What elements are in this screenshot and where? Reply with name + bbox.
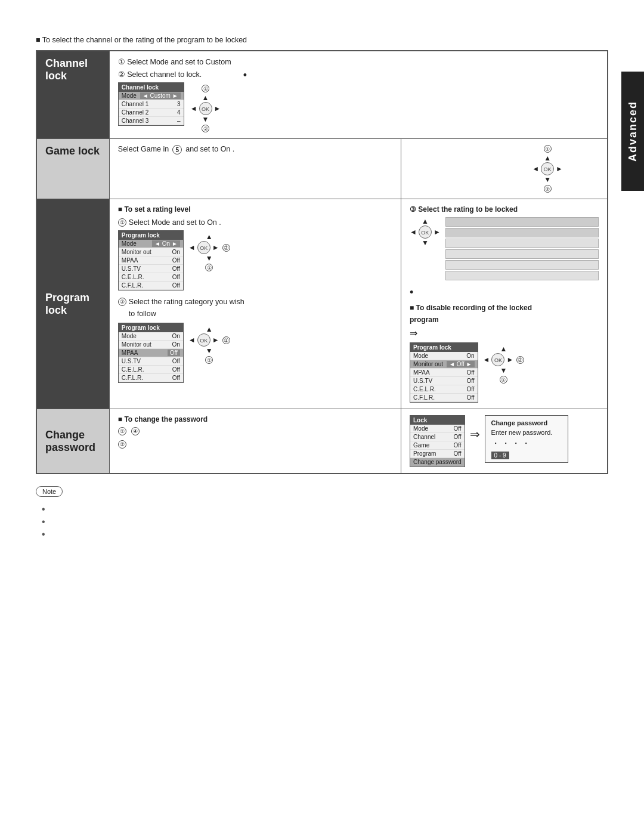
main-table: Channellock ① Select Mode and set to Cus… xyxy=(36,50,608,474)
channel-lock-row: Channellock ① Select Mode and set to Cus… xyxy=(36,51,608,139)
program-lock-menu2: Program lock Mode On Monitor out On MPAA… xyxy=(118,323,184,383)
note-label: Note xyxy=(36,486,63,497)
program-lock-menu3: Program lock Mode On Monitor out ◄ Off ►… xyxy=(410,342,478,403)
advanced-tab: Advanced xyxy=(621,72,644,191)
note-3 xyxy=(42,530,608,539)
program-lock-menu1: Program lock Mode ◄ On ► Monitor out On … xyxy=(118,230,184,290)
game-lock-left: Select Game in 5 and set to On . xyxy=(109,139,401,199)
game-lock-row: Game lock Select Game in 5 and set to On… xyxy=(36,139,608,199)
note-1 xyxy=(42,505,608,514)
change-password-row: Changepassword ■ To change the password … xyxy=(36,409,608,474)
channel-lock-step1: ① Select Mode and set to Custom xyxy=(118,57,231,66)
game-lock-right: ① ▲ ◄ OK ► ▼ ② xyxy=(401,139,608,199)
channel-lock-menu: Channel lock Mode ◄ Custom ► Channel 1 3 xyxy=(118,82,184,126)
channel-lock-step2: ② Select channel to lock. xyxy=(118,70,231,79)
menu-row-mode: Mode ◄ Custom ► xyxy=(119,92,184,100)
lock-menu: Lock Mode Off Channel Off Game Off xyxy=(410,415,465,467)
ok-button-prog2: OK xyxy=(197,333,210,347)
ok-button-1: OK xyxy=(199,102,212,115)
game-lock-header: Game lock xyxy=(36,139,109,199)
channel-lock-header: Channellock xyxy=(36,51,109,139)
game-lock-instruction: Select Game in 5 and set to On . xyxy=(118,145,392,154)
change-password-right: Lock Mode Off Channel Off Game Off xyxy=(401,409,608,474)
channel-lock-content: ① Select Mode and set to Custom ② Select… xyxy=(109,51,608,139)
page-container: Advanced ■ To select the channel or the … xyxy=(0,0,644,566)
menu-row-ch3: Channel 3 – xyxy=(119,117,184,125)
ok-button-rating: OK xyxy=(419,225,432,239)
intro-text: ■ To select the channel or the rating of… xyxy=(36,36,608,44)
menu-row-ch1: Channel 1 3 xyxy=(119,100,184,109)
change-password-left: ■ To change the password ① ④ ② xyxy=(109,409,401,474)
ok-button-game: OK xyxy=(541,162,554,175)
note-section: Note xyxy=(36,486,608,539)
ok-button-prog1: OK xyxy=(197,241,210,254)
program-lock-right: ③ Select the rating to be locked ▲ ◄ OK … xyxy=(401,199,608,409)
ok-button-monitor: OK xyxy=(491,353,504,366)
program-lock-left: ■ To set a rating level ① Select Mode an… xyxy=(109,199,401,409)
program-lock-row: Programlock ■ To set a rating level ① Se… xyxy=(36,199,608,409)
program-lock-header: Programlock xyxy=(36,199,109,409)
note-2 xyxy=(42,517,608,527)
password-entry: Change password Enter new password. ・・・・… xyxy=(485,415,568,463)
change-password-header: Changepassword xyxy=(36,409,109,474)
menu-row-ch2: Channel 2 4 xyxy=(119,109,184,117)
